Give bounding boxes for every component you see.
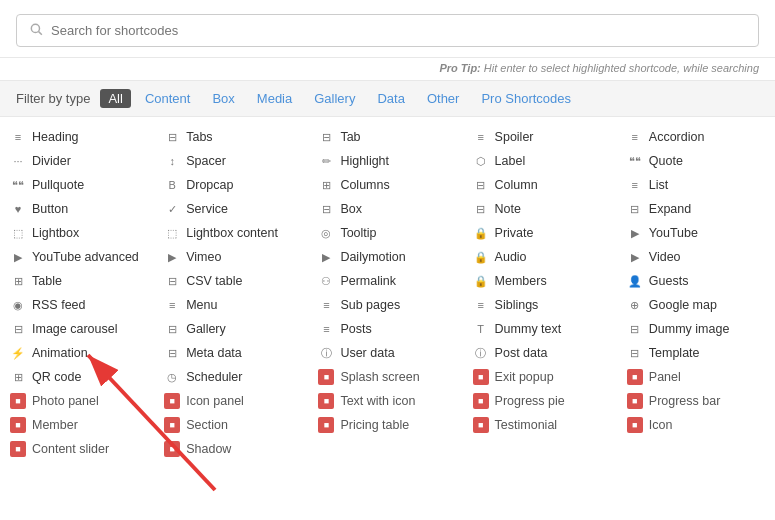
list-item[interactable]: ▶Dailymotion bbox=[312, 245, 466, 269]
item-label: Content slider bbox=[32, 442, 109, 456]
list-item[interactable]: ■Panel bbox=[621, 365, 775, 389]
item-icon: ◎ bbox=[318, 225, 334, 241]
list-item[interactable]: ≡Spoiler bbox=[467, 125, 621, 149]
list-item[interactable]: ■Progress pie bbox=[467, 389, 621, 413]
list-item[interactable]: 🔒Members bbox=[467, 269, 621, 293]
list-item[interactable]: ⓘPost data bbox=[467, 341, 621, 365]
item-icon: ⊟ bbox=[318, 201, 334, 217]
list-item[interactable]: ⊟Expand bbox=[621, 197, 775, 221]
item-label: Sub pages bbox=[340, 298, 400, 312]
list-item[interactable]: ■Exit popup bbox=[467, 365, 621, 389]
list-item[interactable]: ⊟Dummy image bbox=[621, 317, 775, 341]
list-item[interactable]: ♥Button bbox=[4, 197, 158, 221]
list-item[interactable]: ⬚Lightbox content bbox=[158, 221, 312, 245]
list-item[interactable]: ⊕Google map bbox=[621, 293, 775, 317]
list-item[interactable]: ■Member bbox=[4, 413, 158, 437]
column-5: ≡Accordion❝❝Quote≡List⊟Expand▶YouTube▶Vi… bbox=[621, 125, 775, 513]
list-item[interactable]: ✓Service bbox=[158, 197, 312, 221]
list-item[interactable]: ⬚Lightbox bbox=[4, 221, 158, 245]
list-item[interactable]: ✏Highlight bbox=[312, 149, 466, 173]
list-item[interactable]: ⊟Box bbox=[312, 197, 466, 221]
list-item[interactable]: ⊟Template bbox=[621, 341, 775, 365]
item-icon: T bbox=[473, 321, 489, 337]
list-item[interactable]: ≡Menu bbox=[158, 293, 312, 317]
filter-btn-other[interactable]: Other bbox=[419, 89, 468, 108]
item-icon: ≡ bbox=[627, 177, 643, 193]
list-item[interactable]: ❝❝Quote bbox=[621, 149, 775, 173]
list-item[interactable]: ■Photo panel bbox=[4, 389, 158, 413]
list-item[interactable]: 🔒Private bbox=[467, 221, 621, 245]
list-item[interactable]: ⊟Image carousel bbox=[4, 317, 158, 341]
search-input[interactable] bbox=[51, 23, 746, 38]
list-item[interactable]: ≡Heading bbox=[4, 125, 158, 149]
item-icon: ⊞ bbox=[10, 369, 26, 385]
list-item[interactable]: ▶YouTube advanced bbox=[4, 245, 158, 269]
search-bar bbox=[16, 14, 759, 47]
list-item[interactable]: ■Shadow bbox=[158, 437, 312, 461]
item-icon: ≡ bbox=[473, 129, 489, 145]
item-label: Icon bbox=[649, 418, 673, 432]
list-item[interactable]: ■Progress bar bbox=[621, 389, 775, 413]
list-item[interactable]: ⓘUser data bbox=[312, 341, 466, 365]
list-item[interactable]: ↕Spacer bbox=[158, 149, 312, 173]
list-item[interactable]: ⊟CSV table bbox=[158, 269, 312, 293]
list-item[interactable]: ■Section bbox=[158, 413, 312, 437]
list-item[interactable]: ⊟Tab bbox=[312, 125, 466, 149]
list-item[interactable]: 👤Guests bbox=[621, 269, 775, 293]
item-icon: ■ bbox=[627, 369, 643, 385]
list-item[interactable]: ⊞Columns bbox=[312, 173, 466, 197]
list-item[interactable]: ◷Scheduler bbox=[158, 365, 312, 389]
list-item[interactable]: ■Icon bbox=[621, 413, 775, 437]
item-label: YouTube bbox=[649, 226, 698, 240]
list-item[interactable]: ■Splash screen bbox=[312, 365, 466, 389]
list-item[interactable]: ≡Sub pages bbox=[312, 293, 466, 317]
list-item[interactable]: ■Content slider bbox=[4, 437, 158, 461]
list-item[interactable]: TDummy text bbox=[467, 317, 621, 341]
filter-btn-content[interactable]: Content bbox=[137, 89, 199, 108]
list-item[interactable]: ■Pricing table bbox=[312, 413, 466, 437]
item-label: Exit popup bbox=[495, 370, 554, 384]
list-item[interactable]: ⊟Gallery bbox=[158, 317, 312, 341]
list-item[interactable]: ≡List bbox=[621, 173, 775, 197]
list-item[interactable]: ≡Accordion bbox=[621, 125, 775, 149]
item-label: Pullquote bbox=[32, 178, 84, 192]
list-item[interactable]: ≡Posts bbox=[312, 317, 466, 341]
list-item[interactable]: ⊟Column bbox=[467, 173, 621, 197]
list-item[interactable]: ⊞Table bbox=[4, 269, 158, 293]
list-item[interactable]: ···Divider bbox=[4, 149, 158, 173]
list-item[interactable]: ⚡Animation bbox=[4, 341, 158, 365]
list-item[interactable]: ■Icon panel bbox=[158, 389, 312, 413]
list-item[interactable]: ▶Video bbox=[621, 245, 775, 269]
filter-btn-all[interactable]: All bbox=[100, 89, 130, 108]
filter-btn-data[interactable]: Data bbox=[369, 89, 412, 108]
list-item[interactable]: ⊟Tabs bbox=[158, 125, 312, 149]
item-label: Photo panel bbox=[32, 394, 99, 408]
list-item[interactable]: ⬡Label bbox=[467, 149, 621, 173]
item-label: CSV table bbox=[186, 274, 242, 288]
list-item[interactable]: 🔒Audio bbox=[467, 245, 621, 269]
column-2: ⊟Tabs↕SpacerBDropcap✓Service⬚Lightbox co… bbox=[158, 125, 312, 513]
list-item[interactable]: ⚇Permalink bbox=[312, 269, 466, 293]
item-icon: ⊟ bbox=[627, 321, 643, 337]
list-item[interactable]: ≡Siblings bbox=[467, 293, 621, 317]
list-item[interactable]: ⊞QR code bbox=[4, 365, 158, 389]
filter-btn-gallery[interactable]: Gallery bbox=[306, 89, 363, 108]
item-icon: ⊟ bbox=[318, 129, 334, 145]
list-item[interactable]: ▶YouTube bbox=[621, 221, 775, 245]
list-item[interactable]: ❝❝Pullquote bbox=[4, 173, 158, 197]
item-icon: ⬚ bbox=[164, 225, 180, 241]
list-item[interactable]: ▶Vimeo bbox=[158, 245, 312, 269]
list-item[interactable]: ⊟Note bbox=[467, 197, 621, 221]
filter-btn-pro[interactable]: Pro Shortcodes bbox=[473, 89, 579, 108]
list-item[interactable]: ■Testimonial bbox=[467, 413, 621, 437]
list-item[interactable]: ◎Tooltip bbox=[312, 221, 466, 245]
list-item[interactable]: ◉RSS feed bbox=[4, 293, 158, 317]
list-item[interactable]: ⊟Meta data bbox=[158, 341, 312, 365]
list-item[interactable]: ■Text with icon bbox=[312, 389, 466, 413]
filter-btn-media[interactable]: Media bbox=[249, 89, 300, 108]
list-item[interactable]: BDropcap bbox=[158, 173, 312, 197]
filter-btn-box[interactable]: Box bbox=[204, 89, 242, 108]
item-label: Dropcap bbox=[186, 178, 233, 192]
item-label: Lightbox bbox=[32, 226, 79, 240]
item-icon: ⊞ bbox=[10, 273, 26, 289]
